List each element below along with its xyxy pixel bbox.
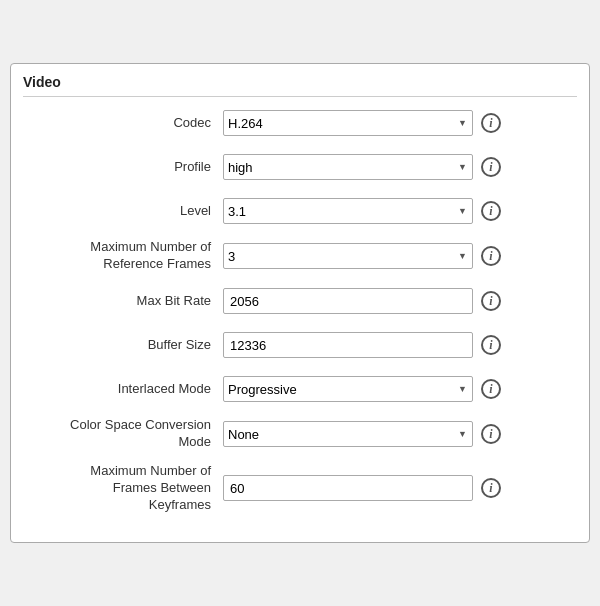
row-codec: CodecH.264H.265MPEG-2VP8i (23, 107, 577, 139)
control-wrap-max-bit-rate: i (223, 288, 577, 314)
label-profile: Profile (23, 159, 223, 176)
control-wrap-color-space: NoneBT.601BT.709i (223, 421, 577, 447)
info-icon-buffer-size[interactable]: i (481, 335, 501, 355)
info-icon-max-keyframes[interactable]: i (481, 478, 501, 498)
control-wrap-max-keyframes: i (223, 475, 577, 501)
row-buffer-size: Buffer Sizei (23, 329, 577, 361)
info-icon-max-bit-rate[interactable]: i (481, 291, 501, 311)
select-profile[interactable]: baselinemainhigh (223, 154, 473, 180)
control-wrap-codec: H.264H.265MPEG-2VP8i (223, 110, 577, 136)
select-wrapper-profile: baselinemainhigh (223, 154, 473, 180)
control-wrap-level: 3.03.13.24.04.1i (223, 198, 577, 224)
input-max-keyframes[interactable] (223, 475, 473, 501)
info-icon-codec[interactable]: i (481, 113, 501, 133)
row-profile: Profilebaselinemainhighi (23, 151, 577, 183)
row-max-ref-frames: Maximum Number ofReference Frames12345i (23, 239, 577, 273)
label-max-bit-rate: Max Bit Rate (23, 293, 223, 310)
select-codec[interactable]: H.264H.265MPEG-2VP8 (223, 110, 473, 136)
select-level[interactable]: 3.03.13.24.04.1 (223, 198, 473, 224)
select-wrapper-max-ref-frames: 12345 (223, 243, 473, 269)
row-color-space: Color Space ConversionModeNoneBT.601BT.7… (23, 417, 577, 451)
label-max-ref-frames: Maximum Number ofReference Frames (23, 239, 223, 273)
control-wrap-max-ref-frames: 12345i (223, 243, 577, 269)
label-color-space: Color Space ConversionMode (23, 417, 223, 451)
video-panel: Video CodecH.264H.265MPEG-2VP8iProfileba… (10, 63, 590, 542)
select-wrapper-interlaced-mode: ProgressiveInterlaced TopInterlaced Bott… (223, 376, 473, 402)
row-max-keyframes: Maximum Number ofFrames BetweenKeyframes… (23, 463, 577, 514)
row-level: Level3.03.13.24.04.1i (23, 195, 577, 227)
row-max-bit-rate: Max Bit Ratei (23, 285, 577, 317)
select-color-space[interactable]: NoneBT.601BT.709 (223, 421, 473, 447)
select-max-ref-frames[interactable]: 12345 (223, 243, 473, 269)
input-max-bit-rate[interactable] (223, 288, 473, 314)
info-icon-color-space[interactable]: i (481, 424, 501, 444)
label-codec: Codec (23, 115, 223, 132)
row-interlaced-mode: Interlaced ModeProgressiveInterlaced Top… (23, 373, 577, 405)
control-wrap-buffer-size: i (223, 332, 577, 358)
info-icon-interlaced-mode[interactable]: i (481, 379, 501, 399)
info-icon-max-ref-frames[interactable]: i (481, 246, 501, 266)
label-buffer-size: Buffer Size (23, 337, 223, 354)
select-interlaced-mode[interactable]: ProgressiveInterlaced TopInterlaced Bott… (223, 376, 473, 402)
info-icon-level[interactable]: i (481, 201, 501, 221)
label-interlaced-mode: Interlaced Mode (23, 381, 223, 398)
info-icon-profile[interactable]: i (481, 157, 501, 177)
select-wrapper-codec: H.264H.265MPEG-2VP8 (223, 110, 473, 136)
label-max-keyframes: Maximum Number ofFrames BetweenKeyframes (23, 463, 223, 514)
label-level: Level (23, 203, 223, 220)
control-wrap-interlaced-mode: ProgressiveInterlaced TopInterlaced Bott… (223, 376, 577, 402)
control-wrap-profile: baselinemainhighi (223, 154, 577, 180)
input-buffer-size[interactable] (223, 332, 473, 358)
select-wrapper-color-space: NoneBT.601BT.709 (223, 421, 473, 447)
panel-title: Video (23, 74, 577, 97)
select-wrapper-level: 3.03.13.24.04.1 (223, 198, 473, 224)
